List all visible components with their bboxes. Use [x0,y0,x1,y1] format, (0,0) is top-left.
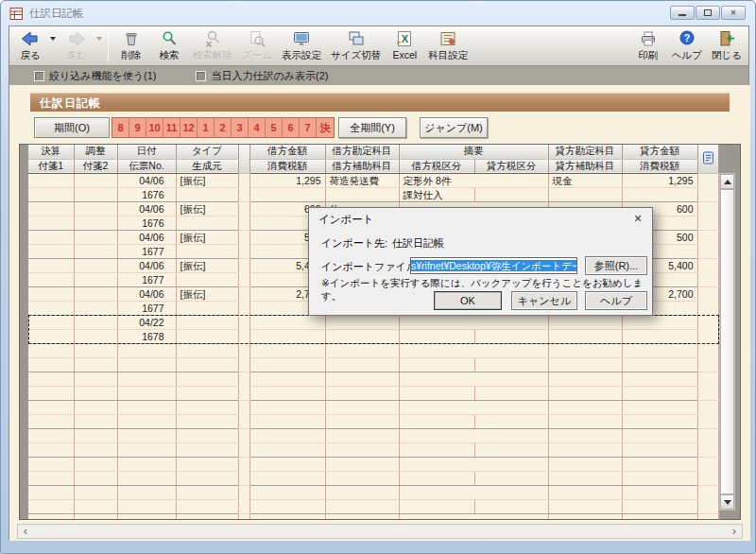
journal-cell[interactable] [548,457,622,471]
period-month-4[interactable]: 4 [249,118,266,137]
table-row[interactable]: 04/06[振伝]1,295荷造発送費定形外 8件現金1,2951676課対仕入 [28,173,718,201]
journal-cell[interactable] [622,499,697,513]
journal-cell[interactable] [325,400,399,414]
journal-cell[interactable] [474,386,548,400]
journal-cell[interactable] [548,442,622,457]
journal-cell[interactable] [249,315,325,329]
period-month-10[interactable]: 10 [146,118,163,137]
journal-cell[interactable] [28,286,74,301]
journal-cell[interactable] [176,315,238,329]
journal-cell[interactable] [474,357,548,372]
journal-cell[interactable] [74,343,117,357]
period-month-11[interactable]: 11 [163,118,180,137]
period-month-2[interactable]: 2 [215,118,232,137]
journal-cell[interactable] [176,301,238,315]
account-settings-button[interactable]: 科目設定 [423,27,472,64]
journal-cell[interactable] [117,485,176,499]
period-month-1[interactable]: 1 [198,118,215,137]
scrollbar-thumb[interactable] [720,189,734,494]
journal-cell[interactable] [28,187,74,201]
journal-cell[interactable] [399,414,474,428]
journal-cell[interactable] [249,187,325,201]
scroll-right-icon[interactable]: › [727,525,742,538]
journal-cell[interactable] [622,329,697,343]
journal-cell[interactable] [74,301,117,315]
journal-cell[interactable] [238,343,249,372]
journal-cell[interactable] [622,513,697,520]
forward-button[interactable]: 進む [58,27,95,63]
dialog-close-button[interactable]: × [627,210,648,228]
journal-cell[interactable] [697,372,718,400]
journal-cell[interactable] [176,343,238,357]
journal-cell[interactable] [399,357,474,372]
journal-cell[interactable] [399,329,474,343]
journal-cell[interactable] [548,315,622,329]
journal-cell[interactable] [238,485,249,513]
journal-cell[interactable] [74,457,117,471]
journal-cell[interactable] [622,442,697,457]
journal-cell[interactable] [548,485,622,499]
journal-cell[interactable] [176,485,238,499]
journal-cell[interactable]: 04/06 [117,230,176,244]
journal-cell[interactable] [399,386,474,400]
journal-cell[interactable] [697,173,718,201]
journal-cell[interactable] [74,201,117,216]
journal-cell[interactable] [74,244,117,258]
journal-cell[interactable] [548,471,622,485]
dialog-help-button[interactable]: ヘルプ [585,291,647,310]
journal-cell[interactable] [622,400,697,414]
journal-cell[interactable] [325,372,399,386]
back-dropdown-icon[interactable] [50,37,56,41]
journal-cell[interactable] [117,343,176,357]
journal-cell[interactable] [176,457,238,471]
journal-cell[interactable] [548,372,622,386]
journal-cell[interactable]: 04/22 [117,315,176,329]
journal-cell[interactable] [548,187,622,201]
journal-cell[interactable] [238,230,249,258]
journal-cell[interactable] [28,414,74,428]
journal-cell[interactable] [28,258,74,272]
journal-cell[interactable] [117,513,176,520]
journal-cell[interactable]: 1677 [117,244,176,258]
journal-cell[interactable] [117,386,176,400]
journal-cell[interactable] [622,471,697,485]
journal-cell[interactable] [176,442,238,457]
journal-cell[interactable]: 04/06 [117,173,176,187]
journal-cell[interactable] [74,357,117,372]
all-periods-button[interactable]: 全期間(Y) [338,117,406,138]
journal-cell[interactable] [474,187,548,201]
help-button[interactable]: ? ヘルプ [667,27,707,64]
journal-cell[interactable] [238,315,249,343]
journal-cell[interactable]: 1677 [117,301,176,315]
journal-cell[interactable] [325,499,399,513]
journal-cell[interactable] [622,372,697,386]
journal-cell[interactable] [238,428,249,457]
period-month-7[interactable]: 7 [300,118,317,137]
journal-cell[interactable] [117,414,176,428]
period-month-9[interactable]: 9 [129,118,146,137]
journal-cell[interactable] [74,372,117,386]
journal-cell[interactable] [548,386,622,400]
journal-cell[interactable] [238,258,249,286]
journal-cell[interactable] [74,442,117,457]
journal-cell[interactable] [622,428,697,442]
journal-cell[interactable] [325,315,399,329]
journal-cell[interactable] [697,457,718,485]
journal-cell[interactable] [622,357,697,372]
journal-cell[interactable]: 04/06 [117,201,176,216]
journal-cell[interactable] [548,414,622,428]
journal-cell[interactable] [28,201,74,216]
journal-cell[interactable] [474,471,548,485]
scroll-up-button[interactable] [720,174,734,189]
horizontal-scrollbar[interactable]: ‹ › [17,524,743,539]
journal-cell[interactable]: 現金 [548,173,622,187]
journal-cell[interactable] [117,457,176,471]
maximize-button[interactable] [696,6,720,20]
journal-cell[interactable] [622,343,697,357]
journal-cell[interactable]: 04/06 [117,258,176,272]
forward-dropdown-icon[interactable] [96,37,102,41]
journal-cell[interactable] [325,414,399,428]
period-month-決[interactable]: 決 [317,118,334,137]
journal-cell[interactable] [249,428,325,442]
journal-cell[interactable]: [振伝] [176,201,238,216]
